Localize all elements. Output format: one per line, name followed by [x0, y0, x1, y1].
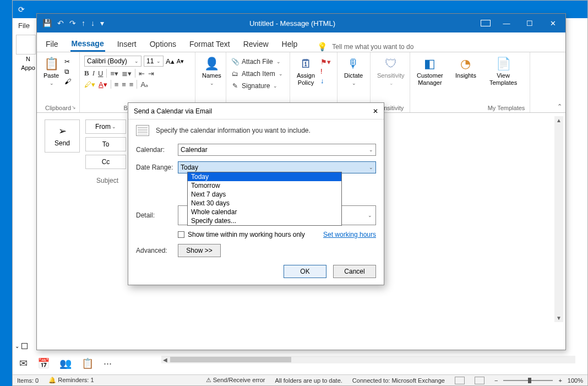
- prev-item-icon[interactable]: ↑: [81, 19, 85, 28]
- dialog-launcher-icon[interactable]: ↘: [72, 105, 76, 110]
- date-range-option[interactable]: Tomorrow: [188, 181, 341, 190]
- to-button[interactable]: To: [85, 137, 126, 151]
- bold-button[interactable]: B: [84, 69, 89, 78]
- attach-item-icon: 🗂: [231, 70, 239, 78]
- calendar-select[interactable]: Calendar⌄: [178, 144, 376, 156]
- tasks-icon[interactable]: 📋: [81, 357, 94, 369]
- date-range-option[interactable]: Whole calendar: [188, 208, 341, 216]
- horizontal-scrollbar[interactable]: ◀: [161, 356, 575, 363]
- qat-customize-icon[interactable]: ▾: [100, 19, 104, 28]
- insights-icon: ◔: [460, 57, 471, 71]
- assign-policy-button[interactable]: 🗓 Assign Policy: [295, 56, 317, 87]
- view-normal-button[interactable]: [455, 377, 465, 384]
- clear-formatting-icon[interactable]: Aₐ: [140, 80, 148, 89]
- dialog-close-icon[interactable]: ✕: [373, 107, 378, 115]
- tab-insert[interactable]: Insert: [116, 36, 138, 52]
- scroll-up-icon[interactable]: ▲: [556, 117, 562, 123]
- cc-button[interactable]: Cc: [85, 155, 126, 169]
- collapse-ribbon-icon[interactable]: ⌃: [557, 103, 562, 110]
- view-templates-button[interactable]: 📄 View Templates: [487, 56, 519, 87]
- show-working-hours-checkbox[interactable]: [178, 231, 184, 238]
- send-button[interactable]: ➢ Send: [45, 119, 80, 153]
- date-range-option[interactable]: Next 30 days: [188, 199, 341, 208]
- date-range-option[interactable]: Today: [188, 172, 341, 181]
- scroll-thumb[interactable]: [170, 357, 291, 362]
- zoom-percent: 100%: [568, 377, 583, 384]
- font-name-select[interactable]: Calibri (Body)⌄: [84, 56, 141, 67]
- names-button[interactable]: 👤 Names ⌄: [200, 56, 224, 87]
- underline-button[interactable]: U: [98, 69, 103, 78]
- sync-icon[interactable]: ⟳: [13, 5, 30, 14]
- date-range-dropdown[interactable]: Today Tomorrow Next 7 days Next 30 days …: [187, 172, 342, 226]
- high-importance-icon[interactable]: !: [320, 67, 331, 75]
- tab-file[interactable]: File: [45, 36, 59, 52]
- calendar-icon[interactable]: 📅: [37, 357, 50, 369]
- tab-help[interactable]: Help: [281, 36, 299, 52]
- scroll-down-icon[interactable]: ▼: [556, 315, 562, 321]
- flag-icon[interactable]: ⚑▾: [320, 58, 331, 66]
- italic-button[interactable]: I: [92, 69, 95, 78]
- zoom-out-icon[interactable]: −: [494, 377, 498, 384]
- status-reminders[interactable]: 🔔 Reminders: 1: [48, 377, 94, 384]
- signature-button[interactable]: ✎Signature⌄: [231, 80, 277, 92]
- minimize-button[interactable]: —: [496, 16, 517, 30]
- align-right-icon[interactable]: ≡: [129, 80, 134, 89]
- status-connected: Connected to: Microsoft Exchange: [352, 377, 445, 384]
- align-left-icon[interactable]: ≡: [115, 80, 119, 89]
- zoom-control[interactable]: − + 100%: [494, 377, 583, 384]
- date-range-option[interactable]: Specify dates...: [188, 216, 341, 225]
- dictate-button[interactable]: 🎙 Dictate⌄: [342, 56, 365, 87]
- bullets-icon[interactable]: ≡▾: [110, 69, 118, 78]
- people-icon[interactable]: 👥: [59, 357, 72, 369]
- paste-button[interactable]: 📋 Paste ⌄: [41, 56, 61, 87]
- increase-font-icon[interactable]: A▴: [166, 57, 175, 66]
- close-button[interactable]: ✕: [542, 16, 563, 30]
- cancel-button[interactable]: Cancel: [333, 265, 376, 278]
- vertical-scrollbar[interactable]: ▲ ▼: [554, 116, 563, 322]
- font-color-icon[interactable]: A▾: [99, 80, 107, 89]
- zoom-slider[interactable]: [503, 380, 553, 381]
- new-appointment-button[interactable]: [16, 35, 36, 55]
- ribbon-display-options-icon[interactable]: [481, 20, 491, 26]
- format-painter-icon[interactable]: 🖌: [64, 78, 71, 85]
- maximize-button[interactable]: ☐: [519, 16, 540, 30]
- insights-button[interactable]: ◔ Insights: [453, 56, 478, 80]
- tab-options[interactable]: Options: [149, 36, 177, 52]
- tab-review[interactable]: Review: [242, 36, 270, 52]
- font-size-select[interactable]: 11⌄: [144, 56, 164, 67]
- attach-item-button[interactable]: 🗂Attach Item⌄: [231, 68, 283, 80]
- cut-icon[interactable]: ✂: [64, 58, 71, 66]
- align-center-icon[interactable]: ≡: [122, 80, 126, 89]
- file-tab[interactable]: File: [18, 21, 30, 30]
- tab-format-text[interactable]: Format Text: [188, 36, 231, 52]
- view-reading-button[interactable]: [475, 377, 484, 384]
- mail-icon[interactable]: ✉: [19, 357, 28, 369]
- attach-file-button[interactable]: 📎Attach File⌄: [231, 56, 281, 68]
- sensitivity-button[interactable]: 🛡 Sensitivity⌄: [375, 56, 407, 87]
- redo-icon[interactable]: ↷: [69, 19, 76, 28]
- more-icon[interactable]: ···: [104, 358, 112, 369]
- save-icon[interactable]: 💾: [42, 19, 52, 28]
- from-button[interactable]: From ⌄: [85, 119, 126, 134]
- next-item-icon[interactable]: ↓: [91, 19, 95, 28]
- ok-button[interactable]: OK: [284, 265, 326, 278]
- zoom-in-icon[interactable]: +: [558, 377, 562, 384]
- numbering-icon[interactable]: ≣▾: [122, 69, 132, 78]
- customer-manager-button[interactable]: ◧ Customer Manager: [415, 56, 445, 87]
- date-range-option[interactable]: Next 7 days: [188, 190, 341, 199]
- low-importance-icon[interactable]: ↓: [320, 77, 331, 85]
- decrease-font-icon[interactable]: A▾: [177, 58, 184, 65]
- tab-message[interactable]: Message: [70, 36, 105, 52]
- increase-indent-icon[interactable]: ⇥: [148, 69, 154, 78]
- set-working-hours-link[interactable]: Set working hours: [323, 231, 376, 238]
- navigation-bar: ✉ 📅 👥 📋 ···: [15, 354, 112, 373]
- tell-me-search[interactable]: 💡 Tell me what you want to do: [317, 42, 413, 52]
- undo-icon[interactable]: ↶: [57, 19, 64, 28]
- dialog-title: Send a Calendar via Email: [134, 107, 212, 115]
- scroll-left-icon[interactable]: ◀: [161, 357, 169, 363]
- decrease-indent-icon[interactable]: ⇤: [139, 69, 145, 78]
- advanced-show-button[interactable]: Show >>: [178, 244, 221, 257]
- status-send-receive-error[interactable]: ⚠ Send/Receive error: [206, 377, 265, 384]
- copy-icon[interactable]: ⧉: [64, 68, 71, 75]
- highlight-icon[interactable]: 🖊▾: [84, 80, 95, 89]
